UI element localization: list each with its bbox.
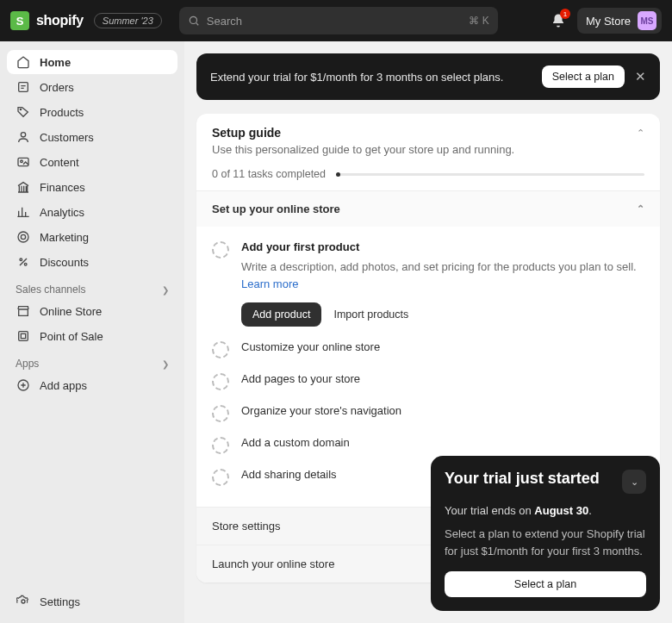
task-title: Add your first product — [241, 240, 644, 253]
topbar: S shopify Summer '23 Search ⌘ K 1 My Sto… — [0, 0, 672, 41]
progress-bar — [336, 173, 644, 176]
plus-circle-icon — [16, 377, 31, 393]
trial-banner: Extend your trial for $1/month for 3 mon… — [196, 53, 660, 100]
chevron-up-icon: ⌃ — [637, 203, 644, 215]
sidebar-item-content[interactable]: Content — [7, 150, 177, 174]
notif-count: 1 — [560, 9, 570, 19]
banner-select-plan-button[interactable]: Select a plan — [542, 65, 625, 88]
popover-trial-end: Your trial ends on August 30. — [445, 504, 646, 517]
popover-select-plan-button[interactable]: Select a plan — [445, 571, 646, 597]
svg-point-0 — [190, 16, 196, 23]
sidebar-item-products[interactable]: Products — [7, 100, 177, 124]
popover-desc: Select a plan to extend your Shopify tri… — [445, 526, 646, 559]
section-setup-store[interactable]: Set up your online store ⌃ — [196, 190, 660, 227]
setup-guide-subtitle: Use this personalized guide to get your … — [212, 143, 644, 156]
sidebar-item-marketing[interactable]: Marketing — [7, 225, 177, 249]
svg-point-7 — [18, 232, 28, 242]
marketing-icon — [16, 229, 31, 245]
svg-rect-2 — [19, 83, 28, 92]
import-products-button[interactable]: Import products — [333, 308, 408, 321]
task-circle-icon — [212, 437, 229, 454]
products-icon — [16, 104, 31, 120]
task-organize-nav[interactable]: Organize your store's navigation — [212, 397, 644, 429]
svg-point-8 — [21, 234, 25, 239]
search-input[interactable]: Search ⌘ K — [179, 7, 498, 34]
orders-icon — [16, 79, 31, 95]
collapse-guide-button[interactable]: ⌃ — [637, 128, 644, 139]
chevron-right-icon: ❯ — [162, 285, 169, 295]
task-customize-store[interactable]: Customize your online store — [212, 333, 644, 365]
search-icon — [188, 15, 200, 27]
edition-badge: Summer '23 — [94, 13, 162, 28]
analytics-icon — [16, 204, 31, 220]
svg-point-9 — [20, 259, 22, 261]
sidebar-item-online-store[interactable]: Online Store — [7, 299, 177, 323]
banner-close-button[interactable]: ✕ — [635, 69, 646, 84]
store-name: My Store — [586, 15, 631, 28]
task-add-pages[interactable]: Add pages to your store — [212, 365, 644, 397]
gear-icon — [16, 594, 31, 609]
sidebar-item-settings[interactable]: Settings — [7, 589, 177, 614]
popover-title: Your trial just started — [445, 470, 600, 488]
task-circle-icon — [212, 469, 229, 486]
task-circle-icon — [212, 373, 229, 390]
brand-text: shopify — [36, 13, 84, 28]
svg-point-4 — [21, 133, 25, 137]
notifications-button[interactable]: 1 — [548, 10, 569, 31]
sidebar-item-orders[interactable]: Orders — [7, 75, 177, 99]
shopify-icon: S — [10, 11, 29, 30]
finances-icon — [16, 179, 31, 195]
store-switcher[interactable]: My Store MS — [577, 8, 662, 34]
sidebar: Home Orders Products Customers Content F… — [0, 41, 184, 623]
task-circle-icon — [212, 405, 229, 422]
sales-channels-header[interactable]: Sales channels❯ — [7, 275, 177, 299]
sidebar-item-customers[interactable]: Customers — [7, 125, 177, 149]
progress-text: 0 of 11 tasks completed — [212, 168, 326, 180]
discounts-icon — [16, 254, 31, 270]
task-circle-icon — [212, 241, 229, 259]
sidebar-item-pos[interactable]: Point of Sale — [7, 324, 177, 348]
svg-point-10 — [24, 263, 27, 265]
svg-rect-11 — [19, 332, 28, 341]
popover-collapse-button[interactable]: ⌄ — [622, 470, 646, 494]
brand-logo[interactable]: S shopify — [10, 11, 84, 30]
search-placeholder: Search — [207, 15, 242, 28]
search-kbd: ⌘ K — [469, 15, 488, 27]
sidebar-item-finances[interactable]: Finances — [7, 175, 177, 199]
banner-text: Extend your trial for $1/month for 3 mon… — [210, 71, 503, 84]
svg-line-1 — [196, 23, 198, 26]
svg-rect-5 — [18, 158, 28, 165]
svg-point-14 — [22, 600, 25, 603]
sidebar-item-home[interactable]: Home — [7, 50, 177, 74]
home-icon — [16, 54, 31, 70]
task-circle-icon — [212, 341, 229, 358]
trial-popover: Your trial just started ⌄ Your trial end… — [431, 456, 660, 611]
online-store-icon — [16, 303, 31, 319]
svg-point-6 — [21, 160, 23, 163]
learn-more-link[interactable]: Learn more — [241, 277, 298, 290]
chevron-right-icon: ❯ — [162, 359, 169, 369]
add-product-button[interactable]: Add product — [241, 302, 321, 327]
apps-header[interactable]: Apps❯ — [7, 349, 177, 373]
customers-icon — [16, 129, 31, 145]
sidebar-item-analytics[interactable]: Analytics — [7, 200, 177, 224]
svg-rect-12 — [21, 333, 25, 338]
pos-icon — [16, 328, 31, 344]
content-icon — [16, 154, 31, 170]
sidebar-item-discounts[interactable]: Discounts — [7, 250, 177, 274]
task-desc: Write a description, add photos, and set… — [241, 259, 644, 292]
sidebar-item-add-apps[interactable]: Add apps — [7, 373, 177, 397]
avatar: MS — [638, 11, 656, 30]
task-add-product[interactable]: Add your first product Write a descripti… — [212, 234, 644, 333]
setup-guide-title: Setup guide — [212, 126, 281, 140]
svg-point-3 — [20, 109, 21, 109]
